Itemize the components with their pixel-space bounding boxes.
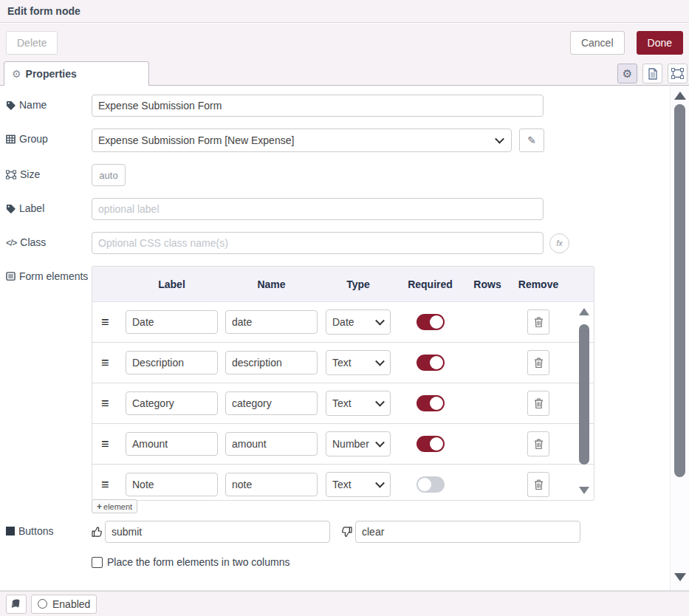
- group-label: Group: [6, 129, 92, 146]
- appearance-tab-icon-button[interactable]: [668, 64, 688, 83]
- scrollbar-thumb[interactable]: [674, 104, 685, 477]
- scrollbar-thumb[interactable]: [579, 324, 589, 465]
- gear-icon: ⚙: [12, 68, 21, 80]
- element-type-select[interactable]: Text: [326, 350, 391, 375]
- element-name-input[interactable]: [225, 473, 318, 496]
- object-group-icon: [6, 170, 16, 179]
- delete-element-button[interactable]: [527, 350, 549, 375]
- two-columns-checkbox[interactable]: [92, 557, 103, 568]
- fx-icon: fx: [557, 239, 563, 247]
- toggle-knob: [430, 397, 443, 410]
- edit-group-button[interactable]: ✎: [519, 129, 544, 152]
- tab-bar: ⚙ Properties ⚙: [0, 61, 689, 86]
- cancel-button[interactable]: Cancel: [570, 31, 625, 55]
- label-input[interactable]: [92, 198, 544, 220]
- column-header: Required: [395, 278, 465, 290]
- group-row: Group Expense Submission Form [New Expen…: [6, 129, 683, 152]
- delete-element-button[interactable]: [527, 391, 549, 416]
- help-button[interactable]: [6, 595, 27, 614]
- delete-element-button[interactable]: [527, 472, 549, 497]
- drag-handle-icon[interactable]: ≡: [101, 397, 109, 410]
- submit-button-label-input[interactable]: [105, 521, 330, 543]
- scroll-up-icon[interactable]: [579, 308, 589, 315]
- element-name-input[interactable]: [225, 432, 318, 456]
- scroll-down-icon[interactable]: [674, 573, 686, 581]
- drag-handle-icon[interactable]: ≡: [101, 478, 109, 491]
- trash-icon: [534, 317, 544, 328]
- trash-icon: [534, 357, 544, 369]
- scroll-up-icon[interactable]: [674, 92, 686, 100]
- column-header: Type: [321, 278, 395, 290]
- size-label: Size: [6, 164, 92, 181]
- element-type-select[interactable]: Number: [326, 431, 391, 456]
- element-type-select[interactable]: Text: [326, 391, 391, 416]
- gear-icon: ⚙: [623, 67, 632, 81]
- drag-handle-icon[interactable]: ≡: [101, 356, 109, 369]
- elements-header: LabelNameTypeRequiredRowsRemove: [92, 267, 594, 302]
- element-label-input[interactable]: [126, 351, 218, 374]
- main-scrollbar[interactable]: [670, 86, 689, 590]
- code-icon: </>: [6, 237, 16, 250]
- element-name-input[interactable]: [225, 310, 318, 334]
- element-type-select[interactable]: Text: [326, 472, 391, 497]
- class-row: </> Class fx: [6, 232, 683, 254]
- element-row: ≡Date: [92, 302, 594, 343]
- drag-handle-icon[interactable]: ≡: [101, 437, 109, 451]
- element-row: ≡Text: [92, 343, 594, 383]
- name-input[interactable]: [92, 95, 544, 117]
- buttons-row: Buttons: [6, 521, 683, 543]
- delete-button[interactable]: Delete: [6, 31, 58, 55]
- enabled-circle-icon: [38, 599, 47, 609]
- table-scrollbar[interactable]: [578, 308, 590, 494]
- tag-icon: [6, 100, 16, 110]
- element-name-input[interactable]: [225, 351, 318, 374]
- element-label-input[interactable]: [126, 310, 218, 334]
- delete-element-button[interactable]: [527, 431, 549, 456]
- element-row: ≡Text: [92, 465, 594, 500]
- size-auto-button[interactable]: auto: [92, 164, 126, 186]
- name-label: Name: [6, 95, 92, 112]
- thumbs-up-icon: [92, 526, 103, 538]
- element-row: ≡Number: [92, 424, 594, 465]
- dialog-title: Edit form node: [7, 5, 80, 17]
- drag-handle-icon[interactable]: ≡: [101, 315, 109, 329]
- buttons-label: Buttons: [6, 521, 92, 538]
- element-type-select[interactable]: Date: [326, 309, 391, 335]
- toggle-knob: [430, 315, 443, 329]
- description-tab-icon-button[interactable]: [642, 64, 662, 83]
- label-row: Label: [6, 198, 683, 220]
- tag-icon: [6, 204, 16, 213]
- size-row: Size auto: [6, 164, 683, 186]
- enabled-label: Enabled: [52, 598, 90, 610]
- two-columns-row: Place the form elements in two columns: [92, 556, 683, 568]
- pencil-icon: ✎: [527, 134, 536, 146]
- appearance-icon: [671, 68, 684, 79]
- properties-tab-icon-button[interactable]: ⚙: [617, 64, 637, 83]
- fx-dynamic-button[interactable]: fx: [549, 233, 569, 253]
- required-toggle[interactable]: [417, 395, 445, 411]
- form-elements-label: Form elements: [6, 266, 92, 283]
- tab-properties-label: Properties: [26, 68, 77, 80]
- element-name-input[interactable]: [225, 391, 318, 415]
- add-element-button[interactable]: +element: [92, 499, 137, 513]
- form-elements-row: Form elements LabelNameTypeRequiredRowsR…: [6, 266, 683, 501]
- class-input[interactable]: [92, 232, 544, 254]
- delete-element-button[interactable]: [527, 309, 549, 335]
- toggle-knob: [418, 478, 431, 491]
- required-toggle[interactable]: [417, 314, 445, 330]
- required-toggle[interactable]: [417, 436, 445, 452]
- dialog-footer: Enabled: [0, 591, 689, 616]
- required-toggle[interactable]: [417, 355, 445, 371]
- scroll-down-icon[interactable]: [579, 487, 589, 494]
- element-label-input[interactable]: [126, 432, 218, 456]
- column-header: Remove: [510, 278, 567, 290]
- enabled-toggle-button[interactable]: Enabled: [31, 595, 97, 614]
- tab-properties[interactable]: ⚙ Properties: [4, 61, 149, 86]
- name-row: Name: [6, 95, 683, 117]
- element-label-input[interactable]: [126, 473, 218, 496]
- required-toggle[interactable]: [417, 476, 445, 493]
- group-select[interactable]: Expense Submission Form [New Expense]: [92, 129, 512, 152]
- done-button[interactable]: Done: [637, 31, 683, 55]
- element-label-input[interactable]: [126, 391, 218, 415]
- clear-button-label-input[interactable]: [355, 521, 580, 543]
